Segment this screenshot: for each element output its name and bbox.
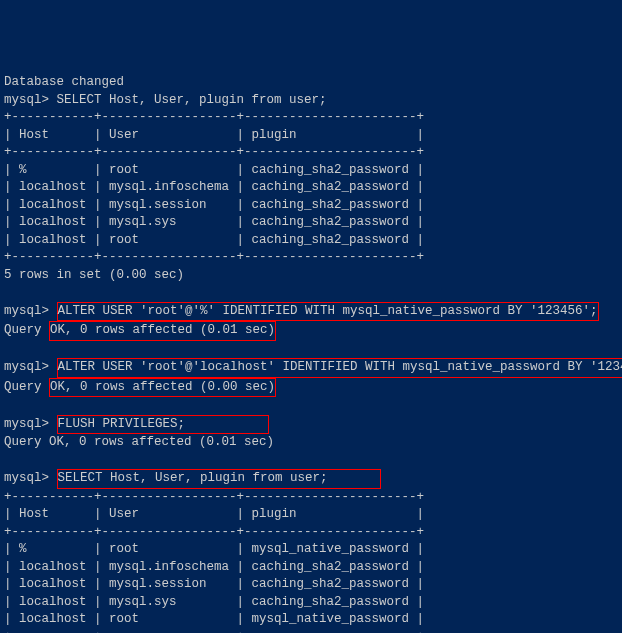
output-line: | localhost | mysql.sys | caching_sha2_p… xyxy=(4,594,618,612)
output-line: | % | root | caching_sha2_password | xyxy=(4,162,618,180)
output-line: | localhost | root | mysql_native_passwo… xyxy=(4,611,618,629)
output-line: | Host | User | plugin | xyxy=(4,127,618,145)
output-line: mysql> FLUSH PRIVILEGES; xyxy=(4,415,618,435)
highlighted-command: ALTER USER 'root'@'%' IDENTIFIED WITH my… xyxy=(57,302,599,322)
output-line: | % | root | mysql_native_password | xyxy=(4,541,618,559)
output-line: +-----------+------------------+--------… xyxy=(4,249,618,267)
blank-line xyxy=(4,397,618,415)
blank-line xyxy=(4,284,618,302)
output-line: 5 rows in set (0.00 sec) xyxy=(4,267,618,285)
output-line: mysql> SELECT Host, User, plugin from us… xyxy=(4,92,618,110)
output-line: +-----------+------------------+--------… xyxy=(4,144,618,162)
highlighted-command: FLUSH PRIVILEGES; xyxy=(57,415,269,435)
output-line: | localhost | mysql.infoschema | caching… xyxy=(4,559,618,577)
blank-line xyxy=(4,341,618,359)
output-line: Database changed xyxy=(4,74,618,92)
highlighted-command: SELECT Host, User, plugin from user; xyxy=(57,469,382,489)
output-line: | localhost | mysql.infoschema | caching… xyxy=(4,179,618,197)
output-line: Query OK, 0 rows affected (0.01 sec) xyxy=(4,321,618,341)
output-line: +-----------+------------------+--------… xyxy=(4,489,618,507)
output-line: | localhost | mysql.session | caching_sh… xyxy=(4,197,618,215)
output-line: Query OK, 0 rows affected (0.00 sec) xyxy=(4,378,618,398)
output-line: +-----------+------------------+--------… xyxy=(4,524,618,542)
output-line: +-----------+------------------+--------… xyxy=(4,109,618,127)
output-line: Query OK, 0 rows affected (0.01 sec) xyxy=(4,434,618,452)
output-line: | localhost | mysql.sys | caching_sha2_p… xyxy=(4,214,618,232)
output-line: | localhost | mysql.session | caching_sh… xyxy=(4,576,618,594)
highlighted-result: OK, 0 rows affected (0.00 sec) xyxy=(49,378,276,398)
blank-line xyxy=(4,452,618,470)
output-line: +-----------+------------------+--------… xyxy=(4,629,618,634)
output-line: mysql> ALTER USER 'root'@'localhost' IDE… xyxy=(4,358,618,378)
output-line: | localhost | root | caching_sha2_passwo… xyxy=(4,232,618,250)
highlighted-command: ALTER USER 'root'@'localhost' IDENTIFIED… xyxy=(57,358,622,378)
highlighted-result: OK, 0 rows affected (0.01 sec) xyxy=(49,321,276,341)
output-line: | Host | User | plugin | xyxy=(4,506,618,524)
output-line: mysql> ALTER USER 'root'@'%' IDENTIFIED … xyxy=(4,302,618,322)
output-line: mysql> SELECT Host, User, plugin from us… xyxy=(4,469,618,489)
